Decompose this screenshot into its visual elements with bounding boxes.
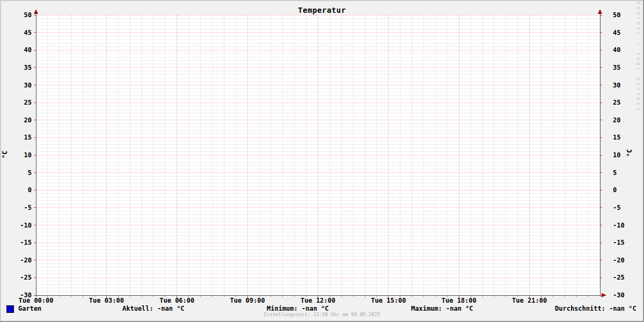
x-tick-label: Tue 21:00 bbox=[508, 297, 551, 304]
y-tick-label-right: -25 bbox=[613, 274, 642, 281]
x-tick-label: Tue 18:00 bbox=[437, 297, 480, 304]
x-tick-label: Tue 00:00 bbox=[14, 297, 57, 304]
y-tick-label-right: -20 bbox=[613, 257, 642, 264]
y-tick-label-left: 5 bbox=[0, 169, 32, 177]
x-tick-label: Tue 09:00 bbox=[226, 297, 269, 304]
rrdtool-watermark: RRDTOOL / TOBI OETIKER bbox=[635, 2, 641, 113]
y-tick-label-left: 40 bbox=[0, 46, 32, 54]
y-tick-label-left: -10 bbox=[0, 222, 32, 229]
y-tick-label-left: -15 bbox=[0, 239, 32, 246]
rrdtool-temperature-graph: Temperatur °C °C 50454035302520151050-5-… bbox=[0, 0, 644, 322]
x-tick-label: Tue 12:00 bbox=[297, 297, 340, 304]
y-tick-label-left: -20 bbox=[0, 257, 32, 264]
bevel-border-top bbox=[0, 0, 644, 1]
y-tick-label-left: 15 bbox=[0, 134, 32, 141]
y-tick-label-right: -30 bbox=[613, 291, 642, 299]
x-tick-label: Tue 06:00 bbox=[156, 297, 199, 304]
x-axis-arrow bbox=[602, 293, 606, 297]
y-tick-label-left: -25 bbox=[0, 274, 32, 281]
y-tick-label-right: -5 bbox=[613, 204, 642, 211]
y-tick-label-right: 5 bbox=[613, 169, 642, 177]
y-tick-label-left: 20 bbox=[0, 116, 32, 124]
y-tick-label-right: 20 bbox=[613, 116, 642, 124]
y-tick-label-left: 10 bbox=[0, 151, 32, 159]
y-tick-label-right: -15 bbox=[613, 239, 642, 246]
bevel-border-left bbox=[0, 0, 1, 322]
y-tick-label-right: 10 bbox=[613, 151, 642, 159]
y-tick-label-right: -10 bbox=[613, 222, 642, 229]
x-tick-label: Tue 15:00 bbox=[367, 297, 410, 304]
chart-title: Temperatur bbox=[0, 6, 644, 14]
creation-timestamp: Erstellungszeit: 23:58 Uhr am 09.09.2025 bbox=[0, 312, 644, 317]
y-tick-label-left: 30 bbox=[0, 82, 32, 89]
y-tick-label-right: 15 bbox=[613, 134, 642, 141]
y-tick-label-left: 35 bbox=[0, 64, 32, 71]
x-tick-label: Tue 03:00 bbox=[85, 297, 128, 304]
y-tick-label-right: 0 bbox=[613, 186, 642, 194]
y-tick-label-left: 25 bbox=[0, 99, 32, 106]
y-tick-label-left: 50 bbox=[0, 11, 32, 19]
y-tick-label-left: -5 bbox=[0, 204, 32, 211]
plot-area bbox=[0, 0, 644, 322]
y-tick-label-left: 45 bbox=[0, 29, 32, 36]
y-tick-label-left: 0 bbox=[0, 186, 32, 194]
